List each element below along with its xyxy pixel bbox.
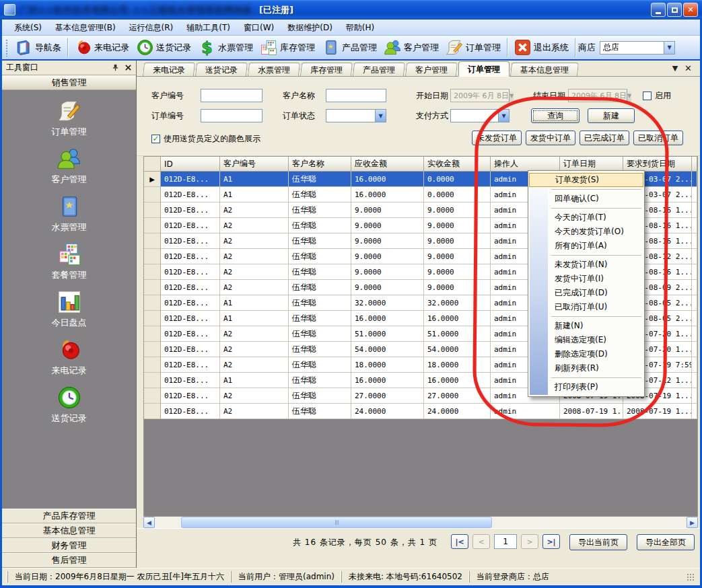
resize-grip[interactable]	[687, 573, 695, 581]
menu-item[interactable]: 辅助工具(T)	[180, 20, 237, 36]
order-status-select[interactable]: ▼	[326, 109, 386, 122]
enable-checkbox[interactable]: 启用	[643, 89, 671, 102]
toolbar-call-log-button[interactable]: 来电记录	[71, 37, 133, 59]
chevron-down-icon[interactable]: ▼	[498, 110, 509, 122]
context-menu-item[interactable]	[551, 316, 641, 317]
customer-name-input[interactable]	[326, 89, 386, 102]
prev-page-button[interactable]: <	[472, 534, 490, 549]
row-selector[interactable]: ▶	[144, 172, 161, 187]
tab[interactable]: 客户管理	[405, 63, 458, 76]
toolbar-water-ticket-button[interactable]: $ 水票管理	[195, 37, 256, 59]
menu-item[interactable]: 帮助(H)	[339, 20, 381, 36]
order-no-input[interactable]	[201, 109, 262, 122]
context-menu-item[interactable]	[551, 189, 641, 190]
chevron-down-icon[interactable]: ▼	[375, 110, 386, 122]
toolbar-delivery-log-button[interactable]: 送货记录	[133, 37, 195, 59]
next-page-button[interactable]: >	[521, 534, 538, 549]
tab[interactable]: 基本信息管理	[510, 63, 579, 76]
context-menu-item[interactable]: 发货中订单(I)	[529, 272, 643, 286]
tab[interactable]: 送货记录	[195, 63, 248, 76]
toolbar-product-button[interactable]: 产品管理	[318, 37, 380, 59]
chevron-down-icon[interactable]: ▼	[664, 42, 674, 54]
sidebar-item-combo[interactable]: 套餐管理	[52, 242, 87, 281]
scroll-right-icon[interactable]: ▶	[687, 517, 698, 528]
order-status-filter-button[interactable]: 发货中订单	[526, 131, 575, 145]
row-selector[interactable]	[144, 187, 161, 203]
row-selector[interactable]	[144, 249, 161, 264]
row-selector[interactable]	[144, 373, 161, 388]
context-menu-item[interactable]: 已取消订单(U)	[529, 300, 643, 314]
row-selector[interactable]	[144, 233, 161, 249]
context-menu-item[interactable]: 新建(N)	[529, 319, 643, 333]
sidebar-item-daily-check[interactable]: 今日盘点	[52, 289, 87, 329]
order-status-filter-button[interactable]: 未发货订单	[472, 131, 522, 145]
toolbar-inventory-button[interactable]: 库存管理	[256, 37, 318, 59]
scroll-left-icon[interactable]: ◀	[143, 517, 155, 528]
tab-close-icon[interactable]: ✕	[685, 63, 692, 73]
toolbar-customers-button[interactable]: 客户管理	[380, 37, 442, 59]
column-header-received[interactable]: 实收金额	[424, 157, 491, 172]
color-display-checkbox[interactable]: 使用送货员定义的颜色展示	[151, 132, 260, 145]
row-selector[interactable]	[144, 218, 161, 233]
checkbox-checked-icon[interactable]	[151, 135, 160, 143]
tab[interactable]: 订单管理	[458, 61, 510, 77]
context-menu-item[interactable]: 回单确认(C)	[529, 192, 643, 206]
tab[interactable]: 来电记录	[143, 63, 195, 76]
context-menu-item[interactable]: 编辑选定项(E)	[529, 333, 643, 347]
context-menu-item[interactable]: 今天的发货订单(O)	[529, 225, 643, 239]
order-status-filter-button[interactable]: 已取消订单	[633, 131, 683, 145]
page-number-input[interactable]: 1	[494, 534, 517, 549]
column-header-required-date[interactable]: 要求到货日期	[623, 157, 692, 172]
menu-item[interactable]: 窗口(W)	[237, 20, 281, 36]
last-page-button[interactable]: >|	[542, 534, 560, 549]
table-row[interactable]: 012D-E8... A2 伍华聪 24.0000 24.0000 admin …	[144, 404, 697, 419]
context-menu-item[interactable]	[551, 255, 641, 256]
column-header-customer-no[interactable]: 客户编号	[220, 157, 289, 172]
query-button[interactable]: 查询	[531, 108, 580, 123]
start-date-picker[interactable]: 2009年 6月 8日 ▼	[450, 89, 510, 102]
toolbar-exit-button[interactable]: 退出系统	[510, 37, 572, 59]
pay-method-select[interactable]: ▼	[450, 109, 510, 122]
row-selector[interactable]	[144, 311, 161, 326]
row-selector[interactable]	[144, 342, 161, 357]
column-header-order-date[interactable]: 订单日期	[560, 157, 623, 172]
context-menu-item[interactable]: 所有的订单(A)	[529, 239, 643, 253]
close-icon[interactable]	[125, 64, 132, 71]
context-menu-item[interactable]: 未发货订单(N)	[529, 258, 643, 272]
row-selector[interactable]	[144, 264, 161, 280]
column-header-customer-name[interactable]: 客户名称	[289, 157, 351, 172]
row-selector[interactable]	[144, 280, 161, 295]
row-selector[interactable]	[144, 388, 161, 404]
row-selector[interactable]	[144, 326, 161, 342]
sidebar-item-orders[interactable]: 订单管理	[52, 98, 87, 138]
context-menu-item[interactable]: 删除选定项(D)	[529, 347, 643, 361]
maximize-button[interactable]	[667, 3, 682, 17]
sidebar-item-water-ticket[interactable]: 水票管理	[52, 194, 87, 233]
scrollbar-thumb[interactable]	[181, 517, 492, 528]
toolbar-orders-button[interactable]: 订单管理	[442, 37, 504, 59]
context-menu-item[interactable]	[551, 208, 641, 209]
end-date-picker[interactable]: 2009年 6月 8日 ▼	[568, 89, 627, 102]
toolbar-grip[interactable]	[5, 39, 9, 57]
column-header-selector[interactable]	[144, 157, 161, 172]
sidebar-section-button[interactable]: 售后管理	[2, 553, 136, 568]
tab[interactable]: 水票管理	[248, 63, 300, 76]
tab-list-chevron-icon[interactable]: ▼	[672, 64, 678, 73]
context-menu-item[interactable]: 今天的订单(T)	[529, 211, 643, 225]
column-header-operator[interactable]: 操作人	[491, 157, 560, 172]
context-menu-item[interactable]	[551, 377, 641, 378]
menu-item[interactable]: 运行信息(R)	[122, 20, 180, 36]
checkbox-icon[interactable]	[643, 91, 652, 100]
tab[interactable]: 库存管理	[300, 63, 353, 76]
column-header-receivable[interactable]: 应收金额	[351, 157, 424, 172]
row-selector[interactable]	[144, 357, 161, 373]
tab[interactable]: 产品管理	[353, 63, 405, 76]
row-selector[interactable]	[144, 404, 161, 419]
sidebar-item-delivery-log[interactable]: 送货记录	[52, 385, 87, 425]
context-menu-item[interactable]: 打印列表(P)	[529, 380, 643, 394]
toolbar-navigator-button[interactable]: 导航条	[11, 37, 65, 59]
pin-icon[interactable]	[112, 64, 119, 71]
close-button[interactable]: ✕	[683, 3, 698, 17]
context-menu-item[interactable]: 刷新列表(R)	[529, 361, 643, 375]
horizontal-scrollbar[interactable]: ◀ ▶	[143, 517, 698, 528]
